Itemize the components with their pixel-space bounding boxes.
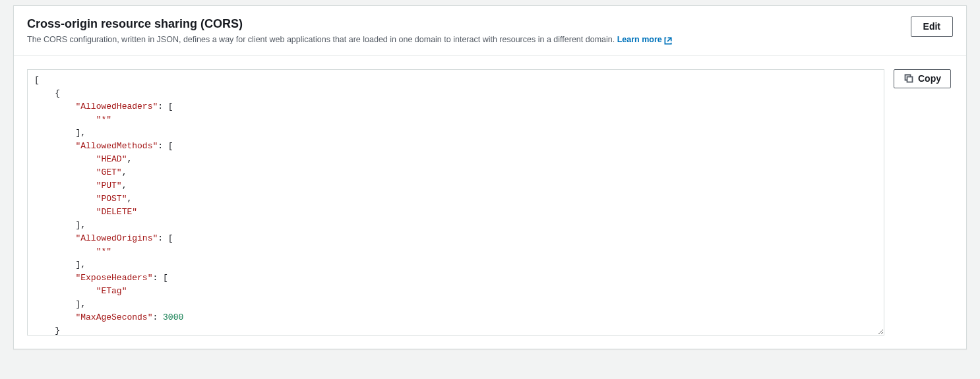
learn-more-label: Learn more <box>617 34 662 46</box>
header-text: Cross-origin resource sharing (CORS) The… <box>27 16 673 46</box>
panel-header: Cross-origin resource sharing (CORS) The… <box>14 6 966 56</box>
copy-button[interactable]: Copy <box>894 69 951 88</box>
copy-button-label: Copy <box>918 73 941 84</box>
external-link-icon <box>663 36 673 45</box>
learn-more-link[interactable]: Learn more <box>617 34 673 46</box>
cors-json-viewer[interactable]: [ { "AllowedHeaders": [ "*" ], "AllowedM… <box>27 69 884 335</box>
panel-title: Cross-origin resource sharing (CORS) <box>27 16 673 32</box>
panel-body: [ { "AllowedHeaders": [ "*" ], "AllowedM… <box>14 56 966 349</box>
svg-rect-0 <box>907 77 913 82</box>
copy-icon <box>903 73 914 84</box>
panel-description: The CORS configuration, written in JSON,… <box>27 34 673 46</box>
edit-button[interactable]: Edit <box>911 16 953 37</box>
copy-column: Copy <box>894 69 953 88</box>
cors-panel: Cross-origin resource sharing (CORS) The… <box>13 5 967 349</box>
description-text: The CORS configuration, written in JSON,… <box>27 35 615 44</box>
